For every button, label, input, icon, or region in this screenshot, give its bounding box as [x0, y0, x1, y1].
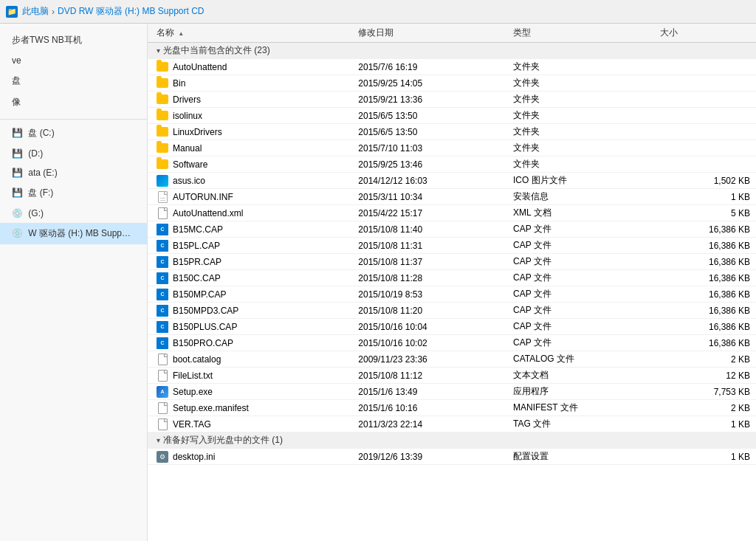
- table-row[interactable]: FileList.txt 2015/10/8 11:12 文本文档 12 KB: [148, 368, 756, 384]
- table-row[interactable]: asus.ico 2014/12/12 16:03 ICO 图片文件 1,502…: [148, 173, 756, 189]
- file-modified: 2009/11/23 23:36: [352, 351, 507, 368]
- table-row[interactable]: Software 2015/9/25 13:46 文件夹: [148, 156, 756, 173]
- file-modified: 2014/12/12 16:03: [352, 173, 507, 189]
- file-name: boot.catalog: [173, 354, 221, 365]
- table-row[interactable]: Manual 2015/7/10 11:03 文件夹: [148, 140, 756, 156]
- file-size: 16,386 KB: [654, 270, 756, 286]
- file-size: [654, 59, 756, 75]
- col-size[interactable]: 大小: [654, 24, 756, 43]
- folder-icon: [157, 77, 168, 89]
- file-size: [654, 156, 756, 173]
- file-area: 名称 ▲ 修改日期 类型 大小 ▾ 光盘中当前包含的文件 (23) Aut: [148, 24, 756, 541]
- file-name: Setup.exe: [173, 387, 213, 397]
- file-name-cell: Setup.exe.manifest: [148, 400, 352, 416]
- table-row[interactable]: ⚙ desktop.ini 2019/12/6 13:39 配置设置 1 KB: [148, 449, 756, 465]
- file-size: 2 KB: [654, 400, 756, 416]
- col-type[interactable]: 类型: [507, 24, 654, 43]
- file-type: 文件夹: [507, 156, 654, 173]
- table-row[interactable]: AutoUnattend 2015/7/6 16:19 文件夹: [148, 59, 756, 75]
- file-size: 1 KB: [654, 416, 756, 433]
- file-name: B150MP.CAP: [173, 289, 227, 300]
- table-row[interactable]: Bin 2015/9/25 14:05 文件夹: [148, 75, 756, 92]
- file-name-cell: C B150MPD3.CAP: [148, 303, 352, 319]
- table-row[interactable]: AutoUnattend.xml 2015/4/22 15:17 XML 文档 …: [148, 205, 756, 221]
- folder-icon: [157, 110, 168, 122]
- file-name-cell: asus.ico: [148, 173, 352, 189]
- file-type: ICO 图片文件: [507, 173, 654, 189]
- file-size: 12 KB: [654, 368, 756, 384]
- cap-icon: C: [157, 256, 168, 268]
- file-name: B15MC.CAP: [173, 224, 223, 235]
- group-header-0[interactable]: ▾ 光盘中当前包含的文件 (23): [148, 43, 756, 59]
- file-type: CAP 文件: [507, 238, 654, 254]
- file-name: AutoUnattend: [173, 62, 227, 72]
- file-modified: 2015/6/5 13:50: [352, 124, 507, 140]
- file-name-cell: C B150C.CAP: [148, 270, 352, 286]
- col-name[interactable]: 名称 ▲: [148, 24, 352, 43]
- file-size: [654, 140, 756, 156]
- file-icon: [157, 207, 168, 219]
- file-type: 文件夹: [507, 92, 654, 108]
- sidebar-item-f[interactable]: 💾 盘 (F:): [0, 182, 147, 204]
- breadcrumb-computer[interactable]: 此电脑: [22, 5, 49, 18]
- sidebar-item-g[interactable]: 💿 (G:): [0, 204, 147, 223]
- table-row[interactable]: AUTORUN.INF 2015/3/11 10:34 安装信息 1 KB: [148, 189, 756, 205]
- file-size: [654, 75, 756, 92]
- table-row[interactable]: C B150MP.CAP 2015/10/19 8:53 CAP 文件 16,3…: [148, 286, 756, 303]
- file-size: 16,386 KB: [654, 238, 756, 254]
- table-row[interactable]: Setup.exe.manifest 2015/1/6 10:16 MANIFE…: [148, 400, 756, 416]
- table-row[interactable]: C B15MC.CAP 2015/10/8 11:40 CAP 文件 16,38…: [148, 221, 756, 238]
- group-header-1[interactable]: ▾ 准备好写入到光盘中的文件 (1): [148, 433, 756, 449]
- table-row[interactable]: C B15PL.CAP 2015/10/8 11:31 CAP 文件 16,38…: [148, 238, 756, 254]
- sidebar-item-h[interactable]: 💿 W 驱动器 (H:) MB Support CD: [0, 223, 147, 244]
- file-name: asus.ico: [173, 176, 205, 186]
- table-row[interactable]: Drivers 2015/9/21 13:36 文件夹: [148, 92, 756, 108]
- group-chevron: ▾: [157, 46, 160, 55]
- file-size: [654, 124, 756, 140]
- file-modified: 2015/3/11 10:34: [352, 189, 507, 205]
- table-row[interactable]: A Setup.exe 2015/1/6 13:49 应用程序 7,753 KB: [148, 384, 756, 400]
- file-name-cell: C B150PRO.CAP: [148, 335, 352, 351]
- folder-icon: [157, 159, 168, 170]
- file-modified: 2015/7/10 11:03: [352, 140, 507, 156]
- file-explorer-window: 📁 此电脑 › DVD RW 驱动器 (H:) MB Support CD 步者…: [0, 0, 756, 541]
- exe-icon: A: [157, 386, 168, 398]
- table-row[interactable]: VER.TAG 2011/3/23 22:14 TAG 文件 1 KB: [148, 416, 756, 433]
- table-row[interactable]: LinuxDrivers 2015/6/5 13:50 文件夹: [148, 124, 756, 140]
- file-name-cell: FileList.txt: [148, 368, 352, 384]
- cap-icon: C: [157, 240, 168, 252]
- file-icon: [157, 370, 168, 382]
- sidebar-item-e[interactable]: 💾 ata (E:): [0, 163, 147, 182]
- table-row[interactable]: boot.catalog 2009/11/23 23:36 CATALOG 文件…: [148, 351, 756, 368]
- table-row[interactable]: isolinux 2015/6/5 13:50 文件夹: [148, 108, 756, 124]
- table-row[interactable]: C B150MPD3.CAP 2015/10/8 11:20 CAP 文件 16…: [148, 303, 756, 319]
- table-row[interactable]: C B150C.CAP 2015/10/8 11:28 CAP 文件 16,38…: [148, 270, 756, 286]
- config-icon: ⚙: [157, 451, 168, 463]
- file-type: CAP 文件: [507, 319, 654, 335]
- breadcrumb-dvd[interactable]: DVD RW 驱动器 (H:) MB Support CD: [58, 5, 204, 18]
- group-label: 准备好写入到光盘中的文件 (1): [163, 434, 283, 447]
- file-size: 1,502 KB: [654, 173, 756, 189]
- file-name: VER.TAG: [173, 419, 211, 430]
- group-label: 光盘中当前包含的文件 (23): [163, 44, 270, 57]
- sidebar-item-d[interactable]: 💾 (D:): [0, 144, 147, 163]
- file-name: B150MPD3.CAP: [173, 306, 238, 316]
- file-name: B150PRO.CAP: [173, 338, 233, 348]
- cap-icon: C: [157, 321, 168, 333]
- file-name: Software: [173, 159, 207, 170]
- sidebar-item-1[interactable]: ve: [0, 51, 147, 70]
- file-name: AUTORUN.INF: [173, 192, 233, 202]
- file-type: 配置设置: [507, 449, 654, 465]
- file-name: B150C.CAP: [173, 273, 221, 283]
- col-modified[interactable]: 修改日期: [352, 24, 507, 43]
- sidebar-item-0[interactable]: 步者TWS NB耳机: [0, 30, 147, 51]
- table-row[interactable]: C B150PLUS.CAP 2015/10/16 10:04 CAP 文件 1…: [148, 319, 756, 335]
- sidebar: 步者TWS NB耳机 ve 盘 像 💾 盘 (C:) 💾 (D:) 💾: [0, 24, 148, 541]
- sidebar-item-c[interactable]: 💾 盘 (C:): [0, 123, 147, 144]
- table-row[interactable]: C B15PR.CAP 2015/10/8 11:37 CAP 文件 16,38…: [148, 254, 756, 270]
- breadcrumb: 此电脑 › DVD RW 驱动器 (H:) MB Support CD: [22, 5, 204, 18]
- table-row[interactable]: C B150PRO.CAP 2015/10/16 10:02 CAP 文件 16…: [148, 335, 756, 351]
- sidebar-item-3[interactable]: 像: [0, 92, 147, 113]
- file-name: AutoUnattend.xml: [173, 208, 243, 218]
- sidebar-item-2[interactable]: 盘: [0, 70, 147, 92]
